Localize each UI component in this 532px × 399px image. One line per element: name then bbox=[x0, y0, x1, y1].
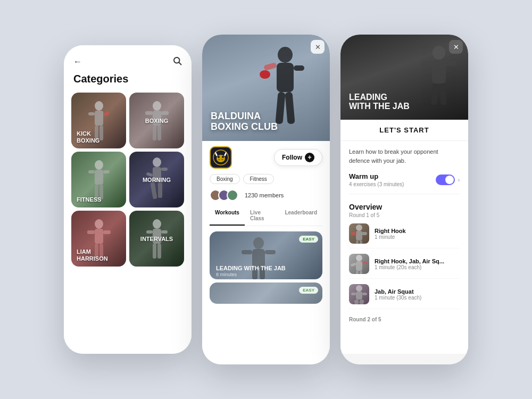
workout-badge-2: EASY bbox=[299, 287, 318, 294]
svg-line-1 bbox=[179, 62, 181, 64]
member-avatars bbox=[210, 189, 235, 201]
warmup-toggle[interactable] bbox=[436, 174, 455, 185]
exercise-info-3: Jab, Air Squat 1 minute (30s each) bbox=[375, 288, 421, 301]
category-fitness[interactable]: FITNESS bbox=[71, 152, 126, 207]
svg-rect-13 bbox=[157, 126, 161, 140]
svg-rect-25 bbox=[158, 182, 162, 198]
members-row: 1230 members bbox=[210, 189, 322, 201]
svg-rect-77 bbox=[351, 293, 356, 295]
tag-fitness[interactable]: Fitness bbox=[243, 174, 274, 184]
categories-grid: KICK BOXING BOXING bbox=[64, 93, 192, 267]
exercise-duration-1: 1 minute bbox=[375, 234, 406, 240]
svg-rect-3 bbox=[95, 111, 103, 126]
svg-rect-17 bbox=[103, 170, 110, 173]
svg-rect-24 bbox=[150, 182, 157, 200]
svg-point-20 bbox=[153, 157, 161, 167]
category-boxing[interactable]: BOXING bbox=[129, 93, 184, 148]
category-intervals[interactable]: INTERVALS bbox=[129, 211, 184, 267]
exercise-row-1[interactable]: Right Hook 1 minute bbox=[349, 223, 460, 248]
workout-detail-screen: LEADING WITH THE JAB ✕ LET'S START Learn… bbox=[340, 35, 468, 364]
warmup-subtitle: 4 exercises (3 minutes) bbox=[349, 181, 404, 187]
svg-rect-4 bbox=[88, 112, 95, 115]
svg-point-2 bbox=[95, 101, 103, 111]
members-count: 1230 members bbox=[245, 192, 284, 198]
boxing-label: BOXING bbox=[145, 118, 168, 124]
svg-point-26 bbox=[95, 219, 103, 229]
categories-screen: ← Categories bbox=[64, 45, 192, 354]
exercise-duration-2: 1 minute (20s each) bbox=[375, 264, 444, 270]
svg-rect-10 bbox=[145, 111, 153, 115]
svg-rect-27 bbox=[95, 229, 103, 244]
workout-title-1: LEADING WITH THE JAB bbox=[216, 265, 286, 272]
close-button[interactable]: ✕ bbox=[311, 40, 325, 54]
workout-hero-title: LEADING WITH THE JAB bbox=[349, 93, 410, 111]
tag-boxing[interactable]: Boxing bbox=[210, 174, 240, 184]
svg-rect-76 bbox=[356, 292, 362, 300]
tab-workouts[interactable]: Workouts bbox=[210, 206, 245, 226]
svg-point-42 bbox=[260, 70, 270, 79]
svg-rect-54 bbox=[265, 250, 276, 254]
svg-rect-53 bbox=[242, 250, 252, 254]
svg-rect-44 bbox=[285, 92, 295, 124]
tab-leaderboard[interactable]: Leaderboard bbox=[279, 206, 322, 226]
workout-badge-1: EASY bbox=[299, 236, 318, 243]
exercise-row-2[interactable]: Right Hook, Jab, Air Sq... 1 minute (20s… bbox=[349, 254, 460, 279]
exercise-duration-3: 1 minute (30s each) bbox=[375, 295, 421, 301]
fitness-label: FITNESS bbox=[77, 196, 101, 203]
follow-button[interactable]: Follow + bbox=[274, 149, 322, 166]
svg-rect-59 bbox=[421, 61, 433, 66]
category-liam[interactable]: LIAM HARRISON bbox=[71, 211, 126, 267]
svg-point-14 bbox=[95, 160, 103, 170]
svg-rect-64 bbox=[356, 231, 362, 240]
club-header-row: Follow + bbox=[210, 146, 322, 169]
svg-rect-15 bbox=[95, 170, 103, 185]
svg-rect-41 bbox=[294, 65, 304, 71]
member-avatar-3 bbox=[227, 189, 238, 201]
svg-rect-73 bbox=[356, 271, 359, 274]
follow-label: Follow bbox=[282, 154, 302, 161]
svg-point-51 bbox=[253, 237, 264, 249]
workout-card-2[interactable]: EASY bbox=[210, 282, 322, 304]
svg-point-75 bbox=[356, 285, 362, 292]
warmup-chevron[interactable]: › bbox=[458, 177, 460, 183]
tab-liveclass[interactable]: Live Class bbox=[245, 206, 279, 226]
overview-subtitle: Round 1 of 5 bbox=[349, 212, 460, 218]
svg-point-57 bbox=[433, 46, 445, 60]
liam-label: LIAM HARRISON bbox=[77, 248, 108, 262]
svg-point-38 bbox=[278, 47, 293, 63]
workout-body: Learn how to break your opponent defence… bbox=[340, 141, 468, 354]
lets-start-banner[interactable]: LET'S START bbox=[340, 120, 468, 141]
tabs-row: Workouts Live Class Leaderboard bbox=[210, 206, 322, 226]
svg-rect-71 bbox=[351, 262, 356, 267]
svg-rect-5 bbox=[103, 111, 110, 117]
workout-close-button[interactable]: ✕ bbox=[449, 40, 463, 54]
overview-title: Overview bbox=[349, 203, 460, 211]
svg-point-46 bbox=[217, 155, 225, 162]
category-kickboxing[interactable]: KICK BOXING bbox=[71, 93, 126, 148]
exercise-row-3[interactable]: Jab, Air Squat 1 minute (30s each) bbox=[349, 284, 460, 309]
category-morning[interactable]: MORNING bbox=[129, 152, 184, 207]
svg-rect-23 bbox=[161, 168, 168, 171]
workout-description: Learn how to break your opponent defence… bbox=[349, 147, 460, 165]
round-2-separator: Round 2 of 5 bbox=[349, 314, 460, 322]
back-button[interactable]: ← bbox=[73, 57, 82, 66]
svg-rect-35 bbox=[161, 230, 168, 234]
warmup-row: Warm up 4 exercises (3 minutes) › bbox=[349, 172, 460, 194]
tags-row: Boxing Fitness bbox=[210, 174, 322, 184]
warmup-info: Warm up 4 exercises (3 minutes) bbox=[349, 172, 404, 187]
morning-label: MORNING bbox=[143, 177, 171, 183]
exercise-thumbnail-3 bbox=[349, 284, 369, 304]
svg-rect-39 bbox=[277, 63, 294, 92]
svg-rect-40 bbox=[263, 62, 277, 71]
svg-rect-34 bbox=[146, 230, 153, 234]
workout-card-1[interactable]: EASY LEADING WITH THE JAB 8 minutes bbox=[210, 231, 322, 279]
toggle-dot bbox=[445, 176, 454, 184]
categories-title: Categories bbox=[64, 71, 192, 93]
svg-rect-65 bbox=[351, 232, 356, 235]
exercise-thumbnail-2 bbox=[349, 254, 369, 274]
search-icon[interactable] bbox=[172, 56, 182, 68]
kickboxing-label: KICK BOXING bbox=[77, 130, 99, 144]
svg-rect-72 bbox=[362, 261, 368, 264]
svg-rect-60 bbox=[445, 61, 456, 66]
workout-duration-1: 8 minutes bbox=[216, 272, 237, 277]
